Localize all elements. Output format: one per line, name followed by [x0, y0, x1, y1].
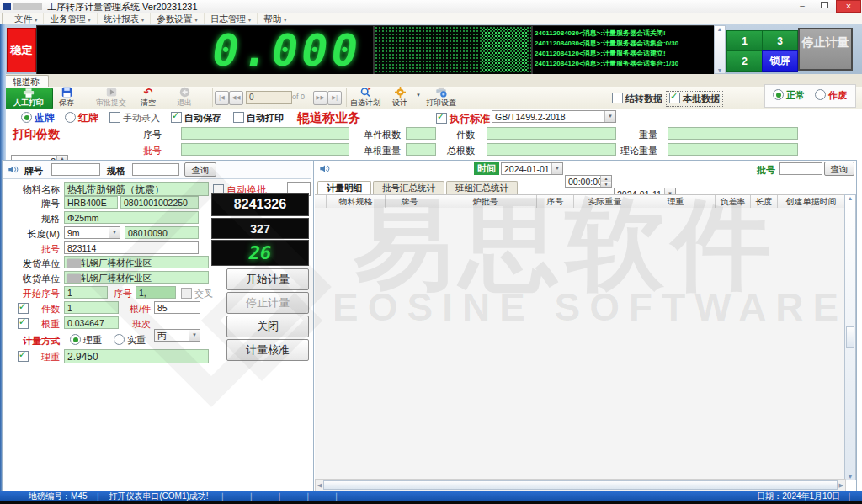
close-panel-button[interactable]: 关闭 [226, 316, 309, 337]
table-vertical-scrollbar[interactable]: ▲▼ [844, 194, 856, 480]
stepper-down-icon[interactable]: ▼ [600, 182, 611, 188]
menu-logs[interactable]: 日志管理 ▾ [205, 13, 258, 24]
nav-prev-button[interactable]: ◀◀ [229, 91, 243, 105]
col-material-spec[interactable]: 物料规格 [327, 195, 386, 208]
jianshu-input[interactable]: 1 [64, 301, 119, 314]
sender-input[interactable]: 轧钢厂棒材作业区 [64, 256, 209, 268]
seq2-input[interactable]: 1, [136, 286, 176, 299]
print-setup-button[interactable]: 打印设置 [423, 88, 460, 108]
pieces-input[interactable] [487, 127, 616, 140]
guige-input[interactable]: Φ25mm [64, 211, 199, 224]
per-piece-input[interactable] [406, 127, 436, 140]
col-theo-weight[interactable]: 理重 [636, 195, 716, 208]
cross-checkbox[interactable]: 交叉 [181, 288, 213, 300]
menu-settings[interactable]: 参数设置 ▾ [151, 13, 204, 24]
col-actual-weight[interactable]: 实际重量 [574, 195, 636, 208]
length-code-input[interactable]: 08010090 [125, 226, 199, 239]
col-create-time[interactable]: 创建单据时间 [778, 195, 844, 208]
header-paihao-input[interactable] [51, 163, 100, 176]
nav-first-button[interactable]: |◀ [215, 91, 229, 105]
nav-next-button[interactable]: ▶▶ [313, 91, 327, 105]
batch-input[interactable] [181, 143, 349, 156]
header-guige-input[interactable] [132, 163, 179, 176]
exec-standard-checkbox[interactable]: 执行标准 [436, 112, 490, 126]
gen-per-jian-input[interactable]: 85 [154, 301, 200, 314]
red-card-radio[interactable]: 红牌 [65, 111, 98, 125]
design-dropdown-arrow[interactable]: ▼ [416, 93, 421, 98]
chevron-down-icon[interactable]: ▼ [189, 330, 200, 341]
left-query-button[interactable]: 查询 [184, 162, 216, 177]
clear-button[interactable]: ↶ 清空 [137, 88, 159, 108]
auto-print-checkbox[interactable]: 自动打印 [233, 112, 284, 125]
scroll-down-icon[interactable]: ▼ [848, 474, 854, 480]
quick-button-3[interactable]: 3 [762, 30, 798, 51]
pihao-input[interactable]: 823114 [64, 241, 199, 254]
time-from-stepper[interactable]: 00:00:00▲▼ [565, 175, 612, 188]
mode-lizhong-radio[interactable]: 理重 [70, 334, 102, 347]
mode-shizhong-radio[interactable]: 实重 [114, 334, 146, 347]
scrollbar-thumb[interactable] [846, 326, 854, 348]
batch-data-checkbox[interactable]: 本批数据 [666, 91, 723, 107]
right-query-button[interactable]: 查询 [824, 162, 854, 176]
col-neg-tolerance[interactable]: 负差率 [716, 195, 751, 208]
standard-combo[interactable]: GB/T1499.2-2018▼ [492, 110, 616, 123]
blue-card-radio[interactable]: 蓝牌 [21, 111, 55, 125]
tab-measure-detail[interactable]: 计量明细 [317, 181, 371, 194]
col-grade[interactable]: 牌号 [386, 195, 434, 208]
scroll-right-icon[interactable]: ▶ [839, 482, 845, 489]
total-rods-input[interactable] [487, 143, 616, 156]
seq-input[interactable] [181, 127, 349, 140]
scrollbar-thumb[interactable] [323, 480, 837, 490]
measure-verify-button[interactable]: 计量核准 [226, 339, 309, 361]
minimize-button[interactable]: – [791, 1, 813, 11]
nav-record-input[interactable]: 0 [246, 91, 292, 104]
stop-measure-panel-button[interactable]: 停止计量 [226, 292, 309, 314]
log-scrollbar[interactable]: ▲▼ [714, 25, 726, 74]
tab-batch-summary[interactable]: 批号汇总统计 [373, 181, 444, 194]
menu-file[interactable]: 文件 ▾ [8, 13, 44, 24]
lizhong-input[interactable]: 2.9450 [64, 349, 209, 363]
carry-data-checkbox[interactable]: 结转数据 [612, 93, 662, 105]
exit-button[interactable]: 退出 [173, 88, 195, 108]
tab-shift-summary[interactable]: 班组汇总统计 [446, 181, 518, 194]
genzhong-input[interactable]: 0.034647 [64, 316, 119, 329]
menu-help[interactable]: 帮助 ▾ [258, 13, 292, 24]
design-button[interactable]: 设计 [389, 88, 411, 108]
tab-roller-scale[interactable]: 辊道称 [3, 75, 49, 88]
jianshu-checkbox[interactable] [18, 303, 29, 314]
receiver-input[interactable]: 轧钢厂棒材作业区 [64, 271, 209, 284]
batch-filter-input[interactable] [779, 162, 822, 175]
scroll-left-icon[interactable]: ◀ [316, 482, 322, 489]
scroll-up-icon[interactable]: ▲ [717, 26, 723, 32]
chevron-down-icon[interactable]: ▼ [109, 227, 120, 238]
paihao-code-input[interactable]: 0801001002250 [120, 196, 199, 209]
quick-button-2[interactable]: 2 [726, 50, 763, 72]
manual-entry-checkbox[interactable]: 手动录入 [109, 112, 160, 125]
menu-reports[interactable]: 统计报表 ▾ [98, 13, 151, 24]
paihao-input[interactable]: HRB400E [64, 196, 118, 209]
normal-radio[interactable]: 正常 [773, 89, 805, 102]
start-measure-button[interactable]: 开始计量 [226, 268, 309, 290]
date-from-picker[interactable]: 2024-01-01▼ [501, 162, 563, 175]
per-rod-input[interactable] [406, 143, 436, 156]
save-button[interactable]: 保存 [56, 88, 77, 108]
manual-print-button[interactable]: 人工打印 [4, 88, 53, 109]
material-input[interactable]: 热轧带肋钢筋（抗震） [64, 182, 209, 196]
col-heat-batch[interactable]: 炉批号 [434, 195, 537, 208]
chevron-down-icon[interactable]: ▼ [604, 111, 615, 122]
restore-button[interactable] [813, 1, 835, 11]
menu-business[interactable]: 业务管理 ▾ [44, 13, 97, 24]
lizhong-checkbox[interactable] [18, 351, 29, 362]
length-combo[interactable]: 9m▼ [64, 226, 120, 239]
theo-weight-input[interactable] [668, 143, 798, 156]
lock-screen-button[interactable]: 锁屏 [762, 50, 798, 72]
weight-input[interactable] [668, 127, 798, 140]
close-button[interactable]: × [836, 0, 861, 13]
chevron-down-icon[interactable]: ▼ [551, 163, 562, 174]
custom-plan-button[interactable]: 自选计划 [347, 88, 384, 108]
col-seq[interactable]: 序号 [537, 195, 574, 208]
quick-button-1[interactable]: 1 [726, 30, 763, 51]
void-radio[interactable]: 作废 [815, 89, 847, 102]
start-seq-input[interactable]: 1 [64, 286, 108, 299]
stop-measure-button[interactable]: 停止计量 [798, 28, 853, 71]
